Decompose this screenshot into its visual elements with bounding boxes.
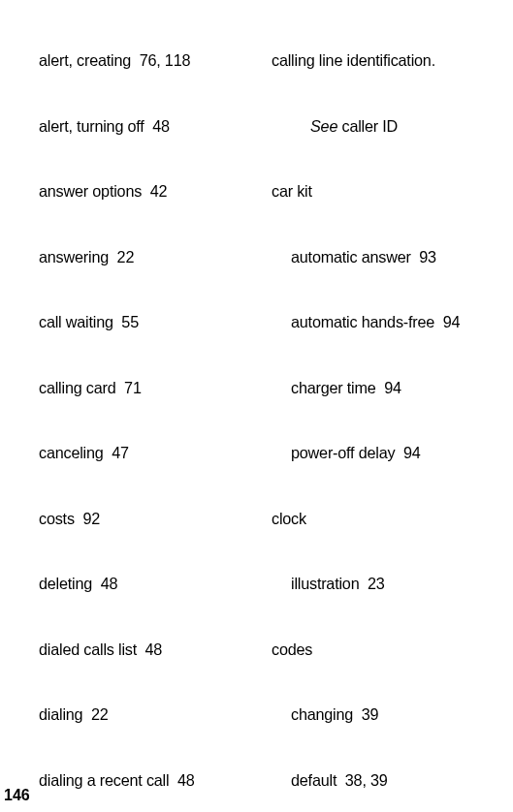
index-entry: codes [272, 639, 513, 661]
right-column: calling line identification. See caller … [272, 6, 513, 812]
index-entry: call waiting 55 [19, 311, 272, 333]
index-entry: charger time 94 [272, 377, 513, 399]
index-entry: dialing a recent call 48 [19, 769, 272, 792]
index-entry: calling line identification. [272, 49, 513, 72]
index-entry: automatic hands-free 94 [272, 311, 513, 333]
index-see-reference: See caller ID [272, 115, 513, 138]
index-entry: costs 92 [19, 508, 272, 530]
index-entry: alert, creating 76, 118 [19, 49, 272, 72]
index-entry: car kit [272, 180, 513, 203]
page-number: 146 [4, 787, 30, 804]
index-entry: changing 39 [272, 703, 513, 726]
index-entry: answering 22 [19, 246, 272, 268]
columns-wrapper: alert, creating 76, 118 alert, turning o… [0, 6, 513, 812]
index-entry: calling card 71 [19, 377, 272, 399]
index-entry: illustration 23 [272, 573, 513, 595]
index-entry: deleting 48 [19, 573, 272, 595]
index-page: alert, creating 76, 118 alert, turning o… [0, 0, 513, 812]
see-word: See [310, 117, 337, 135]
index-entry: answer options 42 [19, 180, 272, 203]
index-entry: clock [272, 508, 513, 530]
index-entry: alert, turning off 48 [19, 115, 272, 138]
index-entry: automatic answer 93 [272, 246, 513, 268]
left-column: alert, creating 76, 118 alert, turning o… [0, 6, 272, 812]
index-entry: dialing 22 [19, 703, 272, 726]
index-entry: power-off delay 94 [272, 442, 513, 464]
index-entry: default 38, 39 [272, 769, 513, 792]
index-entry: canceling 47 [19, 442, 272, 464]
index-entry: dialed calls list 48 [19, 639, 272, 661]
see-target: caller ID [337, 117, 398, 135]
